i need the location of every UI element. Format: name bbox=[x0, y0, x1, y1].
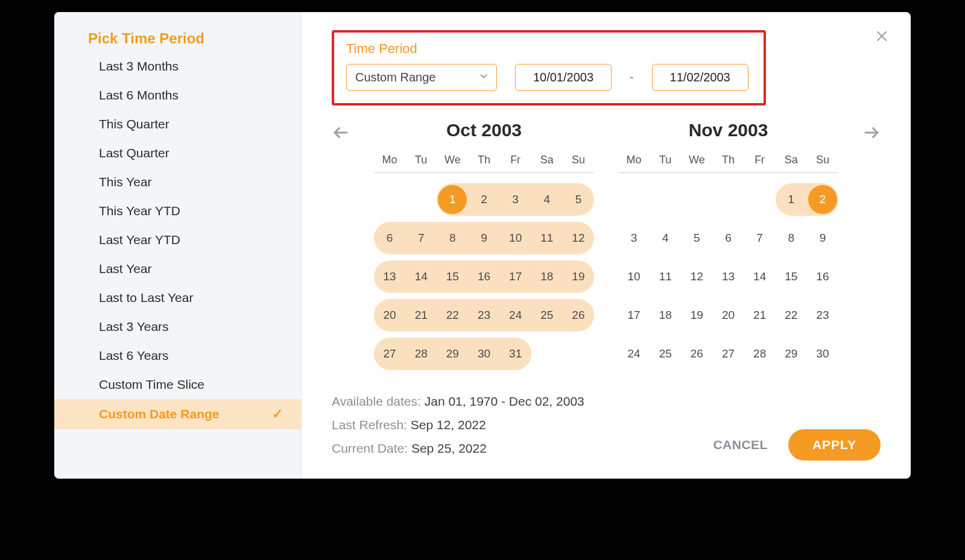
calendar-day[interactable]: 29 bbox=[437, 338, 468, 370]
range-type-select[interactable]: Custom Range bbox=[346, 64, 497, 91]
calendar-day[interactable]: 24 bbox=[618, 338, 650, 370]
calendar-day[interactable]: 14 bbox=[744, 260, 776, 293]
sidebar-item[interactable]: Last 3 Years bbox=[54, 312, 301, 341]
calendar-day[interactable]: 18 bbox=[650, 299, 681, 332]
calendar-day[interactable]: 6 bbox=[712, 222, 744, 254]
end-date-input[interactable]: 11/02/2003 bbox=[652, 64, 748, 91]
selected-day-marker: 1 bbox=[438, 185, 467, 214]
sidebar-item[interactable]: This Quarter bbox=[54, 110, 301, 139]
calendar-day[interactable]: 28 bbox=[744, 338, 776, 370]
time-period-row: Custom Range 10/01/2003 - 11/02/2003 bbox=[346, 64, 751, 91]
calendar-day[interactable]: 17 bbox=[618, 299, 650, 332]
calendar-day[interactable]: 18 bbox=[531, 260, 563, 293]
calendar-blank bbox=[405, 183, 437, 216]
calendar-day[interactable]: 21 bbox=[744, 299, 776, 332]
calendar-day[interactable]: 9 bbox=[468, 222, 499, 254]
sidebar-item[interactable]: Last Year YTD bbox=[54, 225, 301, 254]
calendar-day[interactable]: 6 bbox=[374, 222, 405, 254]
calendar-day[interactable]: 23 bbox=[807, 299, 838, 332]
calendar-day[interactable]: 8 bbox=[776, 222, 807, 254]
calendar-day[interactable]: 16 bbox=[807, 260, 838, 293]
current-date-label: Current Date: bbox=[332, 441, 408, 455]
calendar-day[interactable]: 1 bbox=[776, 183, 807, 216]
calendar-day[interactable]: 24 bbox=[500, 299, 531, 332]
calendar-day[interactable]: 28 bbox=[405, 338, 437, 370]
sidebar-item[interactable]: This Year YTD bbox=[54, 197, 301, 225]
calendar-day[interactable]: 26 bbox=[563, 299, 594, 332]
sidebar-item[interactable]: Last 3 Months bbox=[54, 52, 301, 81]
calendar-day[interactable]: 5 bbox=[681, 222, 712, 254]
calendar-day[interactable]: 9 bbox=[807, 222, 838, 254]
calendar-day[interactable]: 27 bbox=[374, 338, 405, 370]
chevron-down-icon bbox=[478, 71, 489, 84]
calendar-day[interactable]: 13 bbox=[374, 260, 405, 293]
cancel-button[interactable]: CANCEL bbox=[713, 438, 768, 452]
weekday-header: We bbox=[437, 154, 468, 173]
calendar-day[interactable]: 14 bbox=[405, 260, 437, 293]
next-month-icon[interactable] bbox=[862, 120, 881, 144]
calendar-day[interactable]: 31 bbox=[500, 338, 531, 370]
calendar-day[interactable]: 5 bbox=[563, 183, 594, 216]
sidebar-item[interactable]: Custom Time Slice bbox=[54, 370, 301, 399]
apply-button[interactable]: APPLY bbox=[788, 429, 881, 461]
calendar-day[interactable]: 19 bbox=[563, 260, 594, 293]
calendar-day[interactable]: 25 bbox=[650, 338, 681, 370]
calendar-blank bbox=[650, 183, 681, 216]
sidebar-item[interactable]: Last 6 Years bbox=[54, 341, 301, 370]
sidebar-item[interactable]: This Year bbox=[54, 168, 301, 197]
sidebar-item[interactable]: Custom Date Range✓ bbox=[54, 399, 301, 429]
sidebar-item[interactable]: Last Quarter bbox=[54, 139, 301, 168]
main-panel: Time Period Custom Range 10/01/2003 - 11… bbox=[302, 12, 911, 479]
calendar-day[interactable]: 12 bbox=[563, 222, 594, 254]
calendar-day[interactable]: 30 bbox=[807, 338, 838, 370]
prev-month-icon[interactable] bbox=[332, 120, 350, 144]
calendar-day[interactable]: 21 bbox=[405, 299, 437, 332]
sidebar-item[interactable]: Last Year bbox=[54, 254, 301, 283]
calendar-day[interactable]: 11 bbox=[531, 222, 563, 254]
calendar-day[interactable]: 20 bbox=[374, 299, 405, 332]
calendar-day[interactable]: 11 bbox=[650, 260, 681, 293]
available-dates-value: Jan 01, 1970 - Dec 02, 2003 bbox=[425, 394, 584, 408]
calendar-day[interactable]: 23 bbox=[468, 299, 499, 332]
sidebar-item-label: Last Year bbox=[99, 262, 152, 276]
calendar-day[interactable]: 30 bbox=[468, 338, 499, 370]
calendar-day[interactable]: 16 bbox=[468, 260, 499, 293]
calendar-day[interactable]: 4 bbox=[650, 222, 681, 254]
calendar-day[interactable]: 3 bbox=[500, 183, 531, 216]
calendar-day[interactable]: 27 bbox=[712, 338, 744, 370]
calendar-blank bbox=[681, 183, 712, 216]
sidebar-item-label: Last 6 Years bbox=[99, 348, 169, 363]
calendar-day[interactable]: 22 bbox=[776, 299, 807, 332]
calendar-day[interactable]: 2 bbox=[468, 183, 499, 216]
sidebar-item[interactable]: Last to Last Year bbox=[54, 283, 301, 312]
calendar-day[interactable]: 15 bbox=[776, 260, 807, 293]
sidebar-item-label: Last Quarter bbox=[99, 146, 169, 160]
calendar-day[interactable]: 13 bbox=[712, 260, 744, 293]
calendar-day[interactable]: 3 bbox=[618, 222, 650, 254]
calendar-day[interactable]: 10 bbox=[500, 222, 531, 254]
calendar-day[interactable]: 4 bbox=[531, 183, 563, 216]
sidebar-item-label: This Year YTD bbox=[99, 204, 180, 218]
calendar-day[interactable]: 26 bbox=[681, 338, 712, 370]
calendar-day[interactable]: 22 bbox=[437, 299, 468, 332]
calendar-day[interactable]: 20 bbox=[712, 299, 744, 332]
calendar-day[interactable]: 19 bbox=[681, 299, 712, 332]
start-date-input[interactable]: 10/01/2003 bbox=[515, 64, 612, 91]
calendar-day[interactable]: 7 bbox=[744, 222, 776, 254]
weekday-header: We bbox=[681, 154, 712, 173]
calendar-day[interactable]: 1 bbox=[437, 183, 468, 216]
sidebar-item[interactable]: Last 6 Months bbox=[54, 81, 301, 110]
weekday-header: Mo bbox=[374, 154, 405, 173]
calendar-day[interactable]: 29 bbox=[776, 338, 807, 370]
calendar-blank bbox=[712, 183, 744, 216]
calendar-day[interactable]: 17 bbox=[500, 260, 531, 293]
calendar-day[interactable]: 12 bbox=[681, 260, 712, 293]
calendar-day[interactable]: 8 bbox=[437, 222, 468, 254]
calendar-day[interactable]: 2 bbox=[807, 183, 838, 216]
calendar-day[interactable]: 7 bbox=[405, 222, 437, 254]
close-icon[interactable] bbox=[875, 29, 889, 46]
calendar-day[interactable]: 15 bbox=[437, 260, 468, 293]
sidebar-item-label: Last 3 Years bbox=[99, 319, 169, 334]
calendar-day[interactable]: 25 bbox=[531, 299, 563, 332]
calendar-day[interactable]: 10 bbox=[618, 260, 650, 293]
